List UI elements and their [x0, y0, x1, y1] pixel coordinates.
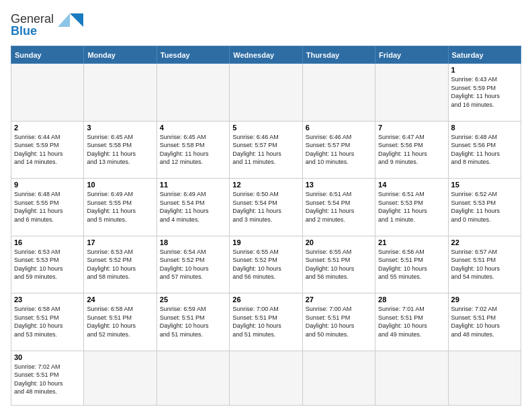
calendar-cell: 7Sunrise: 6:47 AMSunset: 5:56 PMDaylight…	[375, 121, 448, 179]
day-number: 23	[14, 295, 81, 304]
calendar-cell: 8Sunrise: 6:48 AMSunset: 5:56 PMDaylight…	[448, 121, 521, 179]
day-info: Sunrise: 6:48 AMSunset: 5:55 PMDaylight:…	[14, 190, 81, 224]
calendar-cell	[11, 64, 84, 122]
calendar-cell: 5Sunrise: 6:46 AMSunset: 5:57 PMDaylight…	[230, 121, 302, 179]
day-number: 1	[451, 66, 518, 74]
day-info: Sunrise: 6:51 AMSunset: 5:53 PMDaylight:…	[378, 190, 445, 224]
day-info: Sunrise: 6:54 AMSunset: 5:52 PMDaylight:…	[160, 248, 226, 281]
day-number: 12	[232, 181, 299, 189]
logo: General Blue	[11, 8, 85, 40]
day-number: 8	[451, 124, 518, 132]
day-number: 5	[232, 124, 299, 132]
day-number: 26	[232, 295, 299, 304]
day-number: 27	[306, 295, 372, 304]
calendar-cell	[375, 64, 448, 122]
week-row-4: 23Sunrise: 6:58 AMSunset: 5:51 PMDayligh…	[11, 293, 521, 351]
calendar-cell: 4Sunrise: 6:45 AMSunset: 5:58 PMDaylight…	[157, 121, 229, 179]
day-number: 6	[306, 124, 372, 132]
day-info: Sunrise: 7:02 AMSunset: 5:51 PMDaylight:…	[14, 363, 81, 396]
svg-marker-2	[70, 13, 83, 27]
calendar-cell	[84, 64, 157, 122]
day-number: 9	[14, 181, 81, 189]
calendar-cell: 29Sunrise: 7:02 AMSunset: 5:51 PMDayligh…	[448, 293, 521, 351]
day-info: Sunrise: 7:02 AMSunset: 5:51 PMDaylight:…	[451, 305, 518, 338]
day-number: 18	[160, 238, 226, 246]
calendar-cell: 24Sunrise: 6:58 AMSunset: 5:51 PMDayligh…	[84, 293, 157, 351]
day-info: Sunrise: 6:53 AMSunset: 5:53 PMDaylight:…	[14, 248, 81, 281]
day-info: Sunrise: 6:46 AMSunset: 5:57 PMDaylight:…	[306, 133, 372, 167]
calendar-cell: 19Sunrise: 6:55 AMSunset: 5:52 PMDayligh…	[230, 236, 302, 293]
calendar-cell	[302, 64, 375, 122]
header: General Blue	[11, 8, 521, 40]
calendar-cell: 18Sunrise: 6:54 AMSunset: 5:52 PMDayligh…	[157, 236, 229, 293]
calendar-cell: 1Sunrise: 6:43 AMSunset: 5:59 PMDaylight…	[448, 64, 521, 122]
day-number: 20	[306, 238, 372, 246]
calendar-cell: 13Sunrise: 6:51 AMSunset: 5:54 PMDayligh…	[302, 179, 375, 236]
day-info: Sunrise: 6:49 AMSunset: 5:54 PMDaylight:…	[160, 190, 226, 224]
calendar-cell: 27Sunrise: 7:00 AMSunset: 5:51 PMDayligh…	[302, 293, 375, 351]
day-number: 10	[87, 181, 153, 189]
day-number: 28	[378, 295, 445, 304]
day-info: Sunrise: 6:50 AMSunset: 5:54 PMDaylight:…	[232, 190, 299, 224]
day-info: Sunrise: 6:46 AMSunset: 5:57 PMDaylight:…	[232, 133, 299, 167]
calendar-cell: 12Sunrise: 6:50 AMSunset: 5:54 PMDayligh…	[230, 179, 302, 236]
day-info: Sunrise: 7:00 AMSunset: 5:51 PMDaylight:…	[232, 305, 299, 338]
day-number: 2	[14, 124, 81, 132]
svg-text:General: General	[11, 12, 54, 26]
week-row-5: 30Sunrise: 7:02 AMSunset: 5:51 PMDayligh…	[11, 351, 521, 405]
calendar-cell	[448, 351, 521, 405]
calendar-cell	[84, 351, 157, 405]
calendar-cell: 28Sunrise: 7:01 AMSunset: 5:51 PMDayligh…	[375, 293, 448, 351]
day-info: Sunrise: 6:56 AMSunset: 5:51 PMDaylight:…	[378, 248, 445, 281]
day-number: 25	[160, 295, 226, 304]
dow-friday: Friday	[375, 46, 448, 64]
day-info: Sunrise: 6:53 AMSunset: 5:52 PMDaylight:…	[87, 248, 153, 281]
calendar-cell: 25Sunrise: 6:59 AMSunset: 5:51 PMDayligh…	[157, 293, 229, 351]
calendar-cell: 30Sunrise: 7:02 AMSunset: 5:51 PMDayligh…	[11, 351, 84, 405]
day-number: 16	[14, 238, 81, 246]
day-info: Sunrise: 6:59 AMSunset: 5:51 PMDaylight:…	[160, 305, 226, 338]
day-number: 15	[451, 181, 518, 189]
calendar-cell: 15Sunrise: 6:52 AMSunset: 5:53 PMDayligh…	[448, 179, 521, 236]
day-info: Sunrise: 7:01 AMSunset: 5:51 PMDaylight:…	[378, 305, 445, 338]
dow-thursday: Thursday	[302, 46, 375, 64]
day-number: 24	[87, 295, 153, 304]
calendar-cell: 10Sunrise: 6:49 AMSunset: 5:55 PMDayligh…	[84, 179, 157, 236]
week-row-2: 9Sunrise: 6:48 AMSunset: 5:55 PMDaylight…	[11, 179, 521, 236]
calendar-cell	[230, 64, 302, 122]
dow-wednesday: Wednesday	[230, 46, 302, 64]
day-number: 22	[451, 238, 518, 246]
calendar-cell: 23Sunrise: 6:58 AMSunset: 5:51 PMDayligh…	[11, 293, 84, 351]
day-info: Sunrise: 6:58 AMSunset: 5:51 PMDaylight:…	[87, 305, 153, 338]
week-row-1: 2Sunrise: 6:44 AMSunset: 5:59 PMDaylight…	[11, 121, 521, 179]
calendar-cell	[157, 351, 229, 405]
page: General Blue SundayMondayTuesdayWednesda…	[0, 0, 532, 411]
calendar-cell	[302, 351, 375, 405]
day-info: Sunrise: 6:45 AMSunset: 5:58 PMDaylight:…	[160, 133, 226, 167]
day-info: Sunrise: 6:57 AMSunset: 5:51 PMDaylight:…	[451, 248, 518, 281]
svg-text:Blue: Blue	[11, 24, 37, 38]
day-number: 13	[306, 181, 372, 189]
svg-marker-3	[58, 13, 70, 27]
day-info: Sunrise: 6:55 AMSunset: 5:51 PMDaylight:…	[306, 248, 372, 281]
calendar-cell: 9Sunrise: 6:48 AMSunset: 5:55 PMDaylight…	[11, 179, 84, 236]
day-info: Sunrise: 6:49 AMSunset: 5:55 PMDaylight:…	[87, 190, 153, 224]
calendar-cell	[375, 351, 448, 405]
day-number: 21	[378, 238, 445, 246]
day-number: 7	[378, 124, 445, 132]
day-number: 3	[87, 124, 153, 132]
calendar-cell: 3Sunrise: 6:45 AMSunset: 5:58 PMDaylight…	[84, 121, 157, 179]
day-info: Sunrise: 6:47 AMSunset: 5:56 PMDaylight:…	[378, 133, 445, 167]
calendar-cell: 22Sunrise: 6:57 AMSunset: 5:51 PMDayligh…	[448, 236, 521, 293]
logo-text: General Blue	[11, 8, 85, 40]
calendar-cell: 26Sunrise: 7:00 AMSunset: 5:51 PMDayligh…	[230, 293, 302, 351]
day-number: 4	[160, 124, 226, 132]
calendar-cell: 6Sunrise: 6:46 AMSunset: 5:57 PMDaylight…	[302, 121, 375, 179]
dow-saturday: Saturday	[448, 46, 521, 64]
calendar-cell: 20Sunrise: 6:55 AMSunset: 5:51 PMDayligh…	[302, 236, 375, 293]
calendar-cell: 14Sunrise: 6:51 AMSunset: 5:53 PMDayligh…	[375, 179, 448, 236]
day-info: Sunrise: 6:48 AMSunset: 5:56 PMDaylight:…	[451, 133, 518, 167]
day-of-week-row: SundayMondayTuesdayWednesdayThursdayFrid…	[11, 46, 521, 64]
week-row-0: 1Sunrise: 6:43 AMSunset: 5:59 PMDaylight…	[11, 64, 521, 122]
day-info: Sunrise: 6:55 AMSunset: 5:52 PMDaylight:…	[232, 248, 299, 281]
